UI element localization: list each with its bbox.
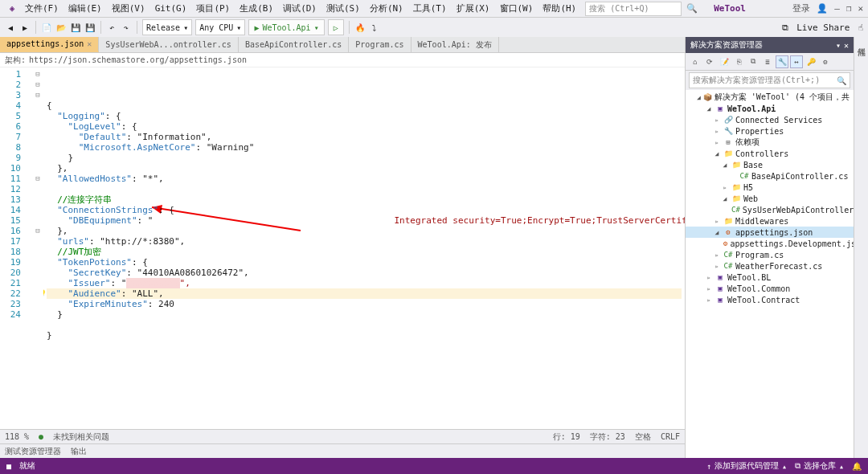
menu-bar: ◈ 文件(F) 编辑(E) 视图(V) Git(G) 项目(P) 生成(B) 调… xyxy=(0,0,868,18)
tab-sysuser[interactable]: SysUserWebA...ontroller.cs xyxy=(99,37,239,52)
live-share-icon[interactable]: ⧉ xyxy=(782,22,788,33)
tree-node[interactable]: C#SysUserWebApiController.cs xyxy=(686,204,854,215)
tree-node[interactable]: ▹📁H5 xyxy=(686,182,854,193)
zoom-level[interactable]: 118 % xyxy=(5,432,29,441)
tree-node[interactable]: ◢📁Base xyxy=(686,159,854,170)
showall-icon[interactable]: ≣ xyxy=(761,55,774,68)
schema-url[interactable]: https://json.schemastore.org/appsettings… xyxy=(29,55,247,64)
tree-node[interactable]: ▹🔧Properties xyxy=(686,125,854,137)
notifications-icon[interactable]: 🔔 xyxy=(852,462,862,471)
window-maximize-icon[interactable]: ❐ xyxy=(846,3,852,14)
schema-label: 架构: xyxy=(5,55,26,66)
app-status-bar: ■ 就绪 ↑ 添加到源代码管理 ▴ ⧉ 选择仓库 ▴ 🔔 xyxy=(0,458,868,474)
undo-icon[interactable]: ↶ xyxy=(106,22,117,33)
tree-node[interactable]: ⚙appsettings.Development.json xyxy=(686,238,854,249)
panel-dropdown-icon[interactable]: ▾ xyxy=(836,41,841,50)
solution-tree[interactable]: ◢📦解决方案 'WeTool' (4 个项目，共 4 个)◢▣WeTool.Ap… xyxy=(686,90,854,458)
tree-node[interactable]: ◢📁Controllers xyxy=(686,148,854,159)
menu-build[interactable]: 生成(B) xyxy=(235,1,277,16)
code-editor[interactable]: 123456789101112131415161718192021222324 … xyxy=(0,67,685,429)
start-nodebug-button[interactable]: ▷ xyxy=(328,19,344,35)
tree-node[interactable]: ▹▣WeTool.Contract xyxy=(686,294,854,305)
tree-node[interactable]: ▹📁Middlewares xyxy=(686,215,854,227)
feedback-icon[interactable]: ☝ xyxy=(858,22,863,33)
tree-node[interactable]: ◢📁Web xyxy=(686,193,854,204)
tree-node[interactable]: ▹⊞依赖项 xyxy=(686,137,854,148)
fold-column[interactable]: ⊟⊟⊟⊟⊟ xyxy=(32,67,43,429)
tab-test-explorer[interactable]: 测试资源管理器 xyxy=(5,446,61,457)
menu-project[interactable]: 项目(P) xyxy=(192,1,234,16)
menu-view[interactable]: 视图(V) xyxy=(108,1,149,16)
platform-dropdown[interactable]: Any CPU▾ xyxy=(195,19,245,35)
preview-icon[interactable]: ↔ xyxy=(790,55,803,68)
menu-git[interactable]: Git(G) xyxy=(151,2,191,15)
refresh-icon[interactable]: ⟳ xyxy=(703,55,716,68)
menu-edit[interactable]: 编辑(E) xyxy=(64,1,106,16)
tab-output[interactable]: 输出 xyxy=(71,446,87,457)
tree-node[interactable]: ▹🔗Connected Services xyxy=(686,114,854,125)
settings-icon[interactable]: ⚙ xyxy=(819,55,832,68)
configuration-dropdown[interactable]: Release▾ xyxy=(142,19,192,35)
step-icon[interactable]: ⤵ xyxy=(369,22,380,33)
window-minimize-icon[interactable]: — xyxy=(834,3,840,14)
solution-explorer-header[interactable]: 解决方案资源管理器 ▾✕ xyxy=(686,37,854,53)
issues-label[interactable]: 未找到相关问题 xyxy=(53,431,109,443)
app-title: WeTool xyxy=(714,3,746,14)
cursor-line: 行: 19 xyxy=(553,431,580,443)
close-tab-icon[interactable]: ✕ xyxy=(87,39,92,48)
tree-node[interactable]: ◢📦解决方案 'WeTool' (4 个项目，共 4 个) xyxy=(686,92,854,103)
user-icon[interactable]: 👤 xyxy=(817,3,828,14)
home-icon[interactable]: ⌂ xyxy=(689,55,702,68)
redo-icon[interactable]: ↷ xyxy=(121,22,132,33)
pencil-icon[interactable]: 📝 xyxy=(718,55,731,68)
right-dock-tab[interactable]: 属性 xyxy=(854,37,868,458)
tab-program[interactable]: Program.cs xyxy=(349,37,411,52)
tab-publish[interactable]: WeTool.Api: 发布 xyxy=(411,37,499,52)
nav-forward-icon[interactable]: ▶ xyxy=(19,22,31,33)
save-icon[interactable]: 💾 xyxy=(70,22,81,33)
issues-check-icon: ● xyxy=(39,432,43,441)
nav-back-icon[interactable]: ◀ xyxy=(5,22,16,33)
collapse-icon[interactable]: ⧉ xyxy=(747,55,760,68)
sync-icon[interactable]: 🔧 xyxy=(776,55,788,68)
properties-icon[interactable]: 🔑 xyxy=(805,55,817,68)
menu-file[interactable]: 文件(F) xyxy=(21,1,63,16)
tree-node[interactable]: ▹▣WeTool.Common xyxy=(686,283,854,294)
save-all-icon[interactable]: 💾 xyxy=(84,22,96,33)
menu-debug[interactable]: 调试(D) xyxy=(279,1,321,16)
schema-bar: 架构: https://json.schemastore.org/appsett… xyxy=(0,53,685,67)
add-source-control[interactable]: ↑ 添加到源代码管理 ▴ xyxy=(706,460,787,472)
tree-node[interactable]: ▹C#Program.cs xyxy=(686,249,854,260)
open-file-icon[interactable]: 📂 xyxy=(55,22,67,33)
menu-help[interactable]: 帮助(H) xyxy=(538,1,580,16)
eol-mode[interactable]: CRLF xyxy=(661,432,680,441)
start-debug-button[interactable]: ▶WeTool.Api▾ xyxy=(248,19,324,35)
window-close-icon[interactable]: ✕ xyxy=(858,3,863,14)
tree-node[interactable]: ▹C#WeatherForecast.cs xyxy=(686,260,854,272)
live-share-label[interactable]: Live Share xyxy=(796,22,850,33)
search-icon[interactable]: 🔍 xyxy=(686,3,698,14)
indent-mode[interactable]: 空格 xyxy=(635,431,651,443)
panel-close-icon[interactable]: ✕ xyxy=(844,41,849,50)
copy-icon[interactable]: ⎘ xyxy=(732,55,745,68)
tree-node[interactable]: C#BaseApiController.cs xyxy=(686,170,854,182)
menu-analyze[interactable]: 分析(N) xyxy=(366,1,407,16)
tab-baseapi[interactable]: BaseApiController.cs xyxy=(239,37,349,52)
status-ready: 就绪 xyxy=(19,460,35,472)
solution-search-input[interactable]: 搜索解决方案资源管理器(Ctrl+;) 🔍 xyxy=(689,72,850,88)
sign-in-link[interactable]: 登录 xyxy=(792,2,810,14)
tree-node[interactable]: ▹▣WeTool.BL xyxy=(686,272,854,283)
global-search-input[interactable]: 搜索 (Ctrl+Q) xyxy=(585,2,682,16)
menu-test[interactable]: 测试(S) xyxy=(322,1,364,16)
tab-appsettings[interactable]: appsettings.json✕ xyxy=(0,37,99,52)
menu-extensions[interactable]: 扩展(X) xyxy=(452,1,494,16)
select-repo[interactable]: ⧉ 选择仓库 ▴ xyxy=(795,460,844,472)
tree-node[interactable]: ◢▣WeTool.Api xyxy=(686,103,854,114)
new-file-icon[interactable]: 📄 xyxy=(41,22,52,33)
hot-reload-icon[interactable]: 🔥 xyxy=(354,22,366,33)
solution-toolbar: ⌂ ⟳ 📝 ⎘ ⧉ ≣ 🔧 ↔ 🔑 ⚙ xyxy=(686,53,854,71)
code-content[interactable]: { "Logging": { "LogLevel": { "Default": … xyxy=(43,67,685,429)
tree-node[interactable]: ◢⚙appsettings.json xyxy=(686,227,854,238)
menu-window[interactable]: 窗口(W) xyxy=(496,1,538,16)
menu-tools[interactable]: 工具(T) xyxy=(409,1,451,16)
